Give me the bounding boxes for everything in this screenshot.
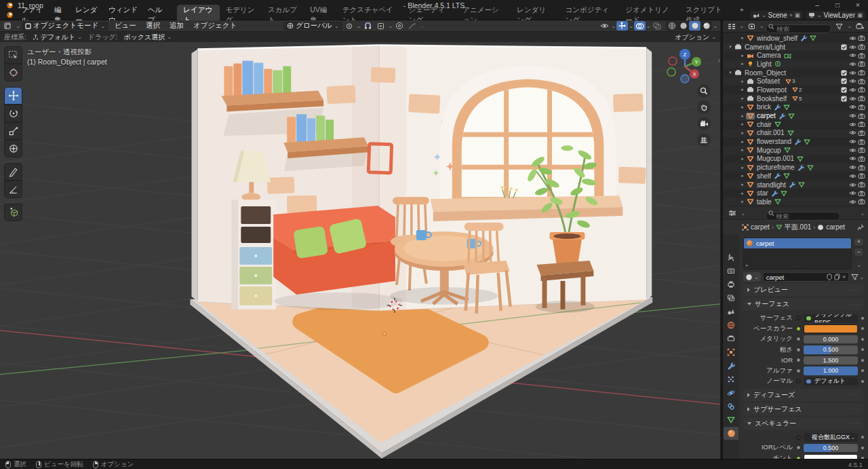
outliner-row[interactable]: ▸ flowerstand	[723, 137, 868, 146]
tab-world[interactable]	[724, 318, 738, 331]
expand-icon[interactable]: ▸	[739, 191, 746, 196]
expand-icon[interactable]: ▸	[739, 35, 746, 41]
outliner-row[interactable]: ▸ Light	[723, 60, 868, 69]
collection-checkbox[interactable]	[840, 78, 848, 84]
material-property-row[interactable]: サーフェス プリンシプルBSDF	[743, 313, 864, 324]
outliner-row[interactable]: ▸ Mugcup.001	[723, 155, 868, 164]
tab-tool[interactable]	[724, 250, 738, 263]
ortho-toggle-icon[interactable]	[697, 133, 711, 147]
window-minimize-button[interactable]: –	[807, 0, 827, 10]
outliner-row[interactable]: ▸ Sofaset	[723, 77, 868, 86]
expand-icon[interactable]: ▸	[739, 173, 746, 179]
viewport-menu-item[interactable]: 追加	[165, 21, 189, 31]
window-close-button[interactable]: ×	[848, 0, 868, 10]
add-material-slot-button[interactable]: +	[854, 238, 864, 246]
tool-transform[interactable]	[4, 140, 22, 157]
browse-material-button[interactable]: ⌄	[743, 272, 761, 282]
snap-magnet-icon[interactable]	[362, 21, 374, 31]
tab-constraints[interactable]	[724, 400, 738, 413]
coord-system-selector[interactable]: デフォルト⌄	[29, 33, 85, 41]
expand-icon[interactable]: ▾	[727, 70, 734, 75]
proportional-falloff-button[interactable]	[407, 21, 418, 31]
pan-view-icon[interactable]	[697, 100, 711, 114]
material-property-row[interactable]: ノーマル デフォルト	[743, 376, 864, 387]
mode-selector[interactable]: オブジェクトモード⌄	[22, 22, 108, 31]
outliner-editor-type-button[interactable]	[726, 22, 737, 31]
tab-view-layer[interactable]	[724, 291, 738, 304]
xray-toggle[interactable]	[651, 21, 663, 31]
expand-icon[interactable]: ▸	[739, 165, 746, 170]
editor-type-button[interactable]	[3, 21, 14, 31]
expand-icon[interactable]: ▸	[739, 79, 746, 84]
hide-eye-icon[interactable]	[848, 113, 857, 119]
tab-material[interactable]	[724, 427, 738, 440]
tab-physics[interactable]	[724, 386, 738, 399]
outliner-row[interactable]: ▸ star	[723, 189, 868, 198]
properties-editor-type-button[interactable]	[726, 208, 738, 218]
disable-render-icon[interactable]	[857, 138, 866, 145]
slot-specials-button[interactable]: ⌄	[856, 262, 861, 268]
disable-render-icon[interactable]	[857, 78, 866, 85]
sidebar-collapse-arrow[interactable]: ‹	[718, 57, 720, 64]
expand-icon[interactable]: ▸	[739, 121, 746, 127]
material-slot-list[interactable]: carpet ▸ ···	[743, 238, 852, 269]
object-visibility-button[interactable]	[599, 21, 610, 31]
outliner-row[interactable]: ▸ Bookshelf	[723, 94, 868, 103]
tab-object[interactable]	[724, 345, 738, 358]
gizmo-neg-x[interactable]	[669, 57, 677, 65]
properties-search[interactable]	[766, 209, 840, 218]
outliner-row[interactable]: ▸ carpet	[723, 111, 868, 120]
hide-eye-icon[interactable]	[848, 138, 857, 145]
outliner-row[interactable]: ▸ brick	[723, 103, 868, 112]
tab-modifiers[interactable]	[724, 359, 738, 372]
pin-icon[interactable]	[857, 224, 864, 231]
expand-icon[interactable]: ▸	[739, 139, 746, 145]
scene-window[interactable]	[431, 66, 623, 222]
hide-eye-icon[interactable]	[848, 70, 857, 76]
outliner-display-mode-button[interactable]	[746, 22, 757, 31]
disable-render-icon[interactable]	[857, 121, 866, 128]
hide-eye-icon[interactable]	[848, 96, 857, 102]
gizmo-neg-y[interactable]	[667, 68, 675, 76]
tool-scale[interactable]	[4, 122, 22, 140]
disable-render-icon[interactable]	[857, 190, 866, 197]
tool-rotate[interactable]	[4, 105, 22, 122]
expand-icon[interactable]: ▸	[739, 199, 746, 204]
disable-render-icon[interactable]	[857, 60, 866, 67]
viewport-menu-item[interactable]: ビュー	[110, 21, 141, 31]
tab-render[interactable]	[724, 264, 738, 277]
outliner-row[interactable]: ▾ Camera/Light	[723, 43, 868, 52]
hide-eye-icon[interactable]	[848, 130, 857, 136]
hide-eye-icon[interactable]	[848, 182, 857, 188]
hide-eye-icon[interactable]	[848, 147, 857, 153]
viewport-canvas[interactable]: ユーザー・透視投影 (1) Room_Object | carpet	[0, 42, 720, 459]
value-slider[interactable]: 0.000	[804, 335, 858, 344]
expand-icon[interactable]: ▸	[739, 105, 746, 110]
outliner-row[interactable]: ▸ chair	[723, 120, 868, 129]
disable-render-icon[interactable]	[857, 181, 866, 188]
gizmo-neg-z[interactable]	[681, 75, 689, 83]
tool-cursor[interactable]	[4, 64, 22, 81]
hide-eye-icon[interactable]	[848, 87, 857, 93]
disable-render-icon[interactable]	[857, 104, 866, 111]
disable-render-icon[interactable]	[857, 147, 866, 153]
disable-render-icon[interactable]	[857, 155, 866, 162]
disable-render-icon[interactable]	[857, 86, 866, 93]
disable-render-icon[interactable]	[857, 52, 866, 59]
color-swatch[interactable]	[804, 324, 858, 333]
tab-collection[interactable]	[724, 332, 738, 345]
outliner-row[interactable]: ▸ Mugcup	[723, 146, 868, 155]
viewport-menu-item[interactable]: 選択	[141, 21, 165, 31]
value-field[interactable]: プリンシプルBSDF	[804, 314, 858, 323]
new-collection-button[interactable]	[854, 22, 865, 31]
material-property-row[interactable]: IORレベル 0.500	[743, 443, 864, 453]
remove-material-slot-button[interactable]: −	[854, 248, 864, 257]
material-name-field[interactable]: carpet ×	[763, 272, 850, 282]
shading-material-preview-button[interactable]	[689, 21, 701, 31]
expand-icon[interactable]: ▾	[727, 44, 734, 50]
fake-user-shield-icon[interactable]	[827, 274, 832, 280]
tool-measure[interactable]	[4, 181, 22, 198]
collection-checkbox[interactable]	[840, 44, 848, 50]
panel-surface[interactable]: サーフェス	[743, 298, 864, 310]
pivot-point-button[interactable]	[344, 21, 355, 31]
